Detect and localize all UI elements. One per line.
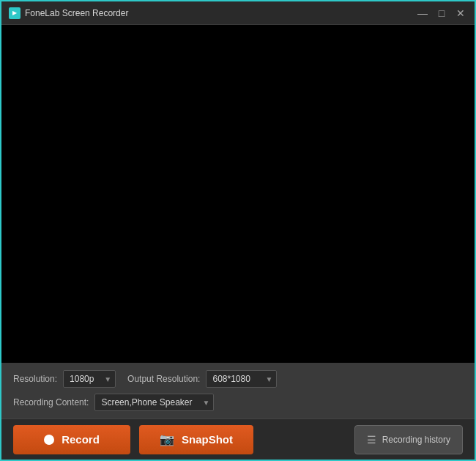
- resolution-group: Resolution: 720p 1080p 4K ▼: [13, 370, 116, 388]
- title-bar: ▶ FoneLab Screen Recorder — □ ✕: [1, 1, 475, 25]
- output-resolution-group: Output Resolution: 608*1080 1920*1080 12…: [127, 370, 277, 388]
- recording-content-select[interactable]: Screen,Phone Speaker Screen Only Phone S…: [94, 394, 214, 411]
- resolution-select-wrapper: 720p 1080p 4K ▼: [63, 370, 116, 388]
- app-icon: ▶: [9, 7, 21, 19]
- camera-icon: 📷: [160, 432, 174, 446]
- recording-history-button[interactable]: ☰ Recording history: [354, 425, 463, 454]
- action-buttons-left: Record 📷 SnapShot: [13, 425, 253, 454]
- snapshot-button[interactable]: 📷 SnapShot: [139, 425, 253, 454]
- output-resolution-label: Output Resolution:: [127, 374, 200, 384]
- controls-row-2: Recording Content: Screen,Phone Speaker …: [13, 394, 463, 411]
- history-icon: ☰: [367, 434, 376, 446]
- output-resolution-select[interactable]: 608*1080 1920*1080 1280*720: [206, 370, 277, 388]
- controls-row-1: Resolution: 720p 1080p 4K ▼ Output Resol…: [13, 370, 463, 388]
- close-button[interactable]: ✕: [454, 7, 467, 20]
- resolution-select[interactable]: 720p 1080p 4K: [63, 370, 116, 388]
- title-bar-left: ▶ FoneLab Screen Recorder: [9, 7, 128, 19]
- minimize-button[interactable]: —: [416, 7, 429, 20]
- record-label: Record: [62, 433, 100, 446]
- recording-content-group: Recording Content: Screen,Phone Speaker …: [13, 394, 214, 411]
- record-button[interactable]: Record: [13, 425, 130, 454]
- window-controls: — □ ✕: [416, 7, 467, 20]
- app-window: ▶ FoneLab Screen Recorder — □ ✕ Resoluti…: [0, 0, 476, 461]
- recording-content-label: Recording Content:: [13, 397, 89, 407]
- recording-content-select-wrapper: Screen,Phone Speaker Screen Only Phone S…: [94, 394, 214, 411]
- maximize-button[interactable]: □: [435, 7, 448, 20]
- resolution-label: Resolution:: [13, 374, 57, 384]
- preview-area: [1, 25, 475, 363]
- controls-bar: Resolution: 720p 1080p 4K ▼ Output Resol…: [1, 363, 475, 418]
- record-dot-icon: [44, 435, 54, 445]
- snapshot-label: SnapShot: [182, 433, 233, 446]
- output-resolution-select-wrapper: 608*1080 1920*1080 1280*720 ▼: [206, 370, 277, 388]
- history-label: Recording history: [382, 435, 450, 445]
- action-bar: Record 📷 SnapShot ☰ Recording history: [1, 418, 475, 460]
- window-title: FoneLab Screen Recorder: [25, 8, 128, 18]
